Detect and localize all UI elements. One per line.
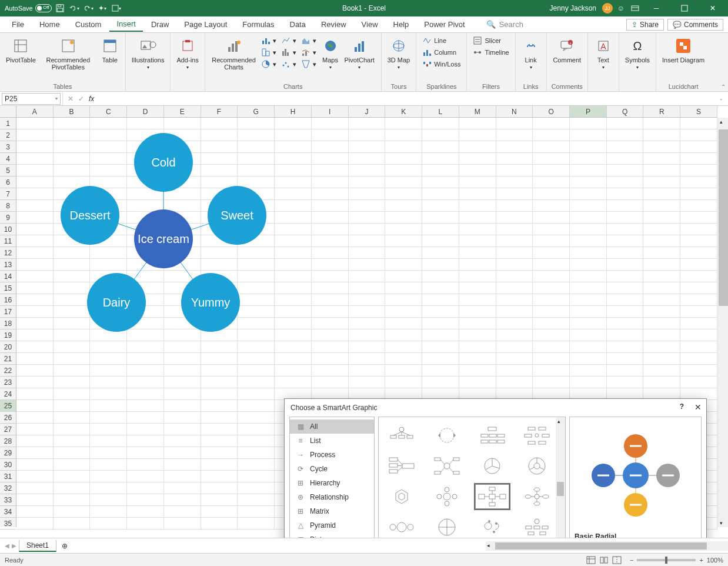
cell-N10[interactable] bbox=[496, 224, 533, 235]
sparkline-column-button[interactable]: Column bbox=[421, 47, 462, 58]
cell-N3[interactable] bbox=[496, 141, 533, 153]
cell-S18[interactable] bbox=[680, 318, 717, 329]
chart-statistic-button[interactable]: ▾ bbox=[280, 47, 298, 58]
node-dessert[interactable]: Dessert bbox=[61, 186, 119, 245]
cell-J14[interactable] bbox=[349, 271, 386, 282]
row-header-30[interactable]: 30 bbox=[0, 459, 16, 471]
cell-H12[interactable] bbox=[275, 247, 312, 259]
cell-Q10[interactable] bbox=[607, 224, 644, 235]
cell-E24[interactable] bbox=[164, 388, 201, 400]
view-normal-icon[interactable] bbox=[586, 556, 596, 564]
cell-N4[interactable] bbox=[496, 153, 533, 165]
cell-L23[interactable] bbox=[422, 377, 459, 388]
cell-I13[interactable] bbox=[312, 259, 349, 271]
layout-thumb-3[interactable] bbox=[519, 422, 555, 449]
redo-icon[interactable]: ▾ bbox=[82, 2, 94, 14]
pivottable-button[interactable]: PivotTable bbox=[5, 35, 37, 65]
cell-D29[interactable] bbox=[127, 447, 164, 459]
cell-H3[interactable] bbox=[275, 141, 312, 153]
cell-N13[interactable] bbox=[496, 259, 533, 271]
cell-B31[interactable] bbox=[54, 471, 91, 482]
row-header-2[interactable]: 2 bbox=[0, 129, 16, 141]
cell-B34[interactable] bbox=[54, 506, 91, 518]
cell-K7[interactable] bbox=[385, 188, 422, 200]
cell-E28[interactable] bbox=[164, 435, 201, 447]
cell-Q5[interactable] bbox=[607, 165, 644, 177]
cell-J22[interactable] bbox=[349, 365, 386, 377]
cell-K22[interactable] bbox=[385, 365, 422, 377]
cell-J3[interactable] bbox=[349, 141, 386, 153]
cell-P4[interactable] bbox=[570, 153, 607, 165]
cell-L2[interactable] bbox=[422, 129, 459, 141]
cell-F27[interactable] bbox=[201, 424, 238, 435]
cell-R5[interactable] bbox=[643, 165, 680, 177]
illustrations-button[interactable]: Illustrations▾ bbox=[131, 35, 166, 71]
row-header-25[interactable]: 25 bbox=[0, 400, 16, 412]
cell-N16[interactable] bbox=[496, 294, 533, 306]
chart-hierarchy-button[interactable]: ▾ bbox=[260, 47, 278, 58]
ribbon-display-icon[interactable] bbox=[629, 2, 641, 14]
category-pyramid[interactable]: △Pyramid bbox=[290, 518, 374, 532]
cell-J15[interactable] bbox=[349, 282, 386, 294]
cell-P10[interactable] bbox=[570, 224, 607, 235]
cell-H10[interactable] bbox=[275, 224, 312, 235]
comments-button[interactable]: 💬Comments bbox=[667, 19, 723, 31]
cell-M16[interactable] bbox=[459, 294, 496, 306]
cell-O2[interactable] bbox=[533, 129, 570, 141]
cell-G32[interactable] bbox=[238, 482, 275, 494]
cell-P18[interactable] bbox=[570, 318, 607, 329]
cell-S11[interactable] bbox=[680, 235, 717, 247]
col-header-I[interactable]: I bbox=[312, 106, 349, 117]
cell-H4[interactable] bbox=[275, 153, 312, 165]
cell-D21[interactable] bbox=[127, 353, 164, 365]
cell-M18[interactable] bbox=[459, 318, 496, 329]
cell-M15[interactable] bbox=[459, 282, 496, 294]
row-header-26[interactable]: 26 bbox=[0, 412, 16, 424]
cell-C32[interactable] bbox=[90, 482, 127, 494]
cell-N22[interactable] bbox=[496, 365, 533, 377]
link-button[interactable]: Link▾ bbox=[520, 35, 542, 71]
sparkline-winloss-button[interactable]: Win/Loss bbox=[421, 59, 462, 69]
cell-D35[interactable] bbox=[127, 518, 164, 530]
tab-custom[interactable]: Custom bbox=[68, 18, 109, 31]
cell-H8[interactable] bbox=[275, 200, 312, 212]
cell-R9[interactable] bbox=[643, 212, 680, 224]
col-header-N[interactable]: N bbox=[496, 106, 533, 117]
cell-J6[interactable] bbox=[349, 177, 386, 188]
symbols-button[interactable]: ΩSymbols▾ bbox=[624, 35, 651, 71]
cell-M19[interactable] bbox=[459, 329, 496, 341]
cell-R23[interactable] bbox=[643, 377, 680, 388]
col-header-L[interactable]: L bbox=[422, 106, 459, 117]
cell-M3[interactable] bbox=[459, 141, 496, 153]
cell-C25[interactable] bbox=[90, 400, 127, 412]
cell-J10[interactable] bbox=[349, 224, 386, 235]
layout-thumb-15[interactable] bbox=[519, 514, 555, 538]
cell-S8[interactable] bbox=[680, 200, 717, 212]
close-button[interactable]: ✕ bbox=[700, 0, 726, 16]
cell-O14[interactable] bbox=[533, 271, 570, 282]
cell-N19[interactable] bbox=[496, 329, 533, 341]
view-pagelayout-icon[interactable] bbox=[599, 556, 609, 564]
cell-G34[interactable] bbox=[238, 506, 275, 518]
row-header-23[interactable]: 23 bbox=[0, 377, 16, 388]
cell-A31[interactable] bbox=[16, 471, 54, 482]
col-header-G[interactable]: G bbox=[238, 106, 275, 117]
cell-M14[interactable] bbox=[459, 271, 496, 282]
row-header-29[interactable]: 29 bbox=[0, 447, 16, 459]
cell-P19[interactable] bbox=[570, 329, 607, 341]
cell-D31[interactable] bbox=[127, 471, 164, 482]
collapse-ribbon-icon[interactable]: ⌃ bbox=[721, 84, 726, 90]
cell-O19[interactable] bbox=[533, 329, 570, 341]
cell-S23[interactable] bbox=[680, 377, 717, 388]
cell-M10[interactable] bbox=[459, 224, 496, 235]
cell-Q19[interactable] bbox=[607, 329, 644, 341]
cell-H13[interactable] bbox=[275, 259, 312, 271]
cell-B35[interactable] bbox=[54, 518, 91, 530]
cell-K14[interactable] bbox=[385, 271, 422, 282]
cell-N17[interactable] bbox=[496, 306, 533, 318]
chart-scatter-button[interactable]: ▾ bbox=[280, 59, 298, 69]
cell-F35[interactable] bbox=[201, 518, 238, 530]
cell-S21[interactable] bbox=[680, 353, 717, 365]
cell-F24[interactable] bbox=[201, 388, 238, 400]
cell-H20[interactable] bbox=[275, 341, 312, 353]
